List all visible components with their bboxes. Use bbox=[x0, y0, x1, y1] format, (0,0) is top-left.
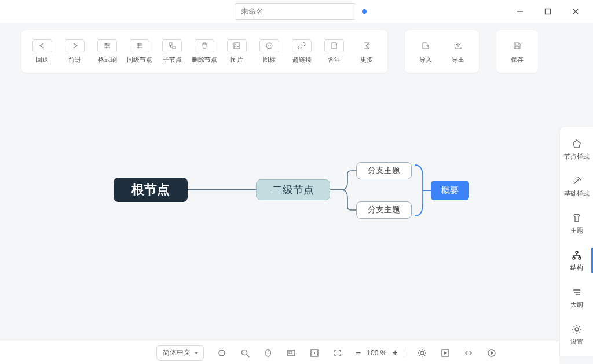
svg-line-35 bbox=[247, 355, 249, 357]
outline-icon bbox=[571, 286, 583, 298]
svg-point-21 bbox=[268, 45, 269, 46]
sidebar-outline-label: 大纲 bbox=[570, 300, 583, 309]
image-icon bbox=[232, 41, 241, 50]
save-icon bbox=[513, 41, 522, 50]
sidebar-settings[interactable]: 设置 bbox=[560, 316, 593, 353]
gear-icon bbox=[571, 323, 583, 335]
language-select[interactable]: 简体中文 bbox=[156, 345, 204, 361]
svg-point-26 bbox=[576, 251, 578, 253]
redo-label: 前进 bbox=[68, 56, 81, 64]
save-label: 保存 bbox=[511, 56, 524, 64]
sibling-label: 同级节点 bbox=[127, 56, 152, 64]
export-icon bbox=[453, 41, 463, 50]
bottombar: 简体中文 − 100 % + bbox=[0, 341, 559, 364]
link-icon bbox=[297, 41, 306, 50]
child-icon bbox=[167, 41, 177, 50]
level2-node[interactable]: 二级节点 bbox=[256, 179, 330, 200]
format-brush-button[interactable]: 格式刷 bbox=[92, 36, 122, 67]
save-button[interactable]: 保存 bbox=[502, 36, 532, 67]
image-label: 图片 bbox=[230, 56, 243, 64]
toolbar-save: 保存 bbox=[496, 30, 538, 73]
pentagon-icon bbox=[571, 138, 583, 150]
more-label: 更多 bbox=[360, 56, 373, 64]
note-label: 备注 bbox=[328, 56, 341, 64]
sidebar-structure-label: 结构 bbox=[570, 263, 583, 272]
structure-icon bbox=[571, 249, 583, 261]
import-icon bbox=[421, 41, 430, 50]
svg-point-13 bbox=[138, 43, 140, 45]
redo-icon bbox=[70, 41, 79, 50]
branch-node-1[interactable]: 分支主题 bbox=[356, 162, 412, 179]
svg-point-34 bbox=[242, 350, 247, 355]
sidebar-node-style[interactable]: 节点样式 bbox=[560, 131, 593, 168]
edges-layer bbox=[0, 75, 559, 341]
hyperlink-label: 超链接 bbox=[292, 56, 312, 64]
fullscreen-icon[interactable] bbox=[332, 348, 343, 358]
mindmap-canvas[interactable]: 根节点 二级节点 分支主题 分支主题 概要 bbox=[0, 75, 559, 341]
maximize-button[interactable] bbox=[536, 3, 559, 20]
sliders-icon bbox=[103, 41, 112, 50]
export-label: 导出 bbox=[452, 56, 464, 64]
export-button[interactable]: 导出 bbox=[443, 36, 473, 67]
code-icon[interactable] bbox=[463, 348, 474, 358]
toolbar-main: 回退 前进 格式刷 同级节点 子节点 删除节点 图片 图标 bbox=[21, 30, 387, 73]
delete-node-button[interactable]: 删除节点 bbox=[189, 36, 219, 67]
note-icon bbox=[330, 41, 339, 50]
more-button[interactable]: x 更多 bbox=[352, 36, 382, 67]
svg-rect-39 bbox=[289, 351, 292, 354]
svg-point-22 bbox=[270, 45, 271, 46]
svg-point-41 bbox=[420, 351, 424, 355]
minimize-button[interactable] bbox=[508, 3, 532, 20]
svg-point-28 bbox=[579, 257, 581, 259]
sidebar-theme[interactable]: 主题 bbox=[560, 205, 593, 242]
theme-toggle-icon[interactable] bbox=[217, 348, 227, 358]
svg-text:x: x bbox=[368, 42, 370, 45]
delete-label: 删除节点 bbox=[192, 56, 217, 64]
sidebar-structure[interactable]: 结构 bbox=[560, 242, 593, 279]
mouse-icon[interactable] bbox=[263, 348, 273, 358]
import-label: 导入 bbox=[419, 56, 432, 64]
language-label: 简体中文 bbox=[163, 348, 191, 358]
sidebar-basic-style-label: 基础样式 bbox=[564, 189, 590, 198]
hyperlink-button[interactable]: 超链接 bbox=[287, 36, 317, 67]
zoom-in-button[interactable]: + bbox=[392, 348, 397, 358]
toolbar-row: 回退 前进 格式刷 同级节点 子节点 删除节点 图片 图标 bbox=[0, 23, 593, 73]
toolbar-io: 导入 导出 bbox=[405, 30, 479, 73]
import-button[interactable]: 导入 bbox=[411, 36, 441, 67]
root-node[interactable]: 根节点 bbox=[114, 178, 188, 202]
svg-point-15 bbox=[138, 46, 140, 48]
sidebar-basic-style[interactable]: 基础样式 bbox=[560, 168, 593, 205]
zoom-out-button[interactable]: − bbox=[356, 348, 361, 358]
svg-point-7 bbox=[105, 43, 107, 45]
minimize-icon bbox=[516, 8, 524, 16]
title-input-wrap bbox=[235, 3, 367, 20]
undo-label: 回退 bbox=[36, 56, 49, 64]
right-sidebar: 节点样式 基础样式 主题 结构 大纲 设置 bbox=[559, 127, 593, 356]
sum-icon: x bbox=[362, 41, 371, 50]
present-icon[interactable] bbox=[440, 348, 451, 358]
brightness-icon[interactable] bbox=[417, 348, 427, 358]
document-title-input[interactable] bbox=[235, 3, 356, 20]
close-button[interactable] bbox=[564, 3, 587, 20]
redo-button[interactable]: 前进 bbox=[60, 36, 90, 67]
play-icon[interactable] bbox=[486, 348, 497, 358]
sibling-icon bbox=[135, 41, 144, 50]
icon-label: 图标 bbox=[263, 56, 276, 64]
icon-button[interactable]: 图标 bbox=[254, 36, 284, 67]
readonly-icon[interactable] bbox=[309, 348, 320, 358]
summary-node[interactable]: 概要 bbox=[431, 181, 469, 200]
sidebar-settings-label: 设置 bbox=[570, 337, 583, 346]
sidebar-outline[interactable]: 大纲 bbox=[560, 279, 593, 316]
search-icon[interactable] bbox=[240, 348, 250, 358]
svg-point-32 bbox=[575, 328, 579, 331]
image-button[interactable]: 图片 bbox=[222, 36, 252, 67]
branch-node-2[interactable]: 分支主题 bbox=[356, 201, 412, 219]
svg-rect-17 bbox=[173, 46, 175, 49]
note-button[interactable]: 备注 bbox=[319, 36, 349, 67]
svg-rect-16 bbox=[169, 43, 172, 45]
sibling-node-button[interactable]: 同级节点 bbox=[125, 36, 155, 67]
svg-point-8 bbox=[108, 45, 109, 46]
minimap-icon[interactable] bbox=[286, 348, 296, 358]
child-node-button[interactable]: 子节点 bbox=[157, 36, 187, 67]
undo-button[interactable]: 回退 bbox=[27, 36, 57, 67]
